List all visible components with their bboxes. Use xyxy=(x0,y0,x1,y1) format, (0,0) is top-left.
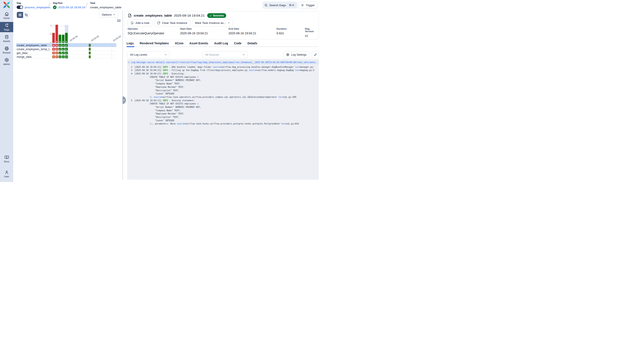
log-source-filter[interactable]: All Sources xyxy=(202,51,248,58)
task-name[interactable]: merge_data xyxy=(17,55,31,58)
run-duration-bar[interactable] xyxy=(62,35,64,43)
sidebar-item-label: Dags xyxy=(4,28,10,31)
mark-task-instance-as-button[interactable]: Mark Task Instance as... xyxy=(192,20,233,26)
tab-code[interactable]: Code xyxy=(234,42,242,45)
log-text: INFO xyxy=(163,72,168,75)
task-instance-title: create_employees_table xyxy=(134,14,172,18)
run-status-failed-icon[interactable] xyxy=(56,48,58,50)
log-collapse-toggle[interactable]: ▸ xyxy=(128,61,131,64)
gantt-duration-bar[interactable] xyxy=(89,52,91,54)
log-link[interactable]: loc xyxy=(278,96,282,98)
run-status-success-icon[interactable] xyxy=(62,56,65,58)
fullscreen-logs-button[interactable] xyxy=(312,51,319,58)
log-line-content: "Description" TEXT, xyxy=(134,116,179,119)
gantt-duration-bar[interactable] xyxy=(89,56,91,58)
tab-logs[interactable]: Logs xyxy=(127,42,134,45)
task-row[interactable]: get_data xyxy=(16,51,116,54)
log-line-number: 4 xyxy=(127,72,132,76)
log-link[interactable]: source xyxy=(213,66,221,68)
sidebar-item-user[interactable]: User xyxy=(0,169,13,179)
run-status-upstream_failed-icon[interactable] xyxy=(56,52,58,54)
task-row[interactable]: create_employees_table xyxy=(16,43,116,47)
run-duration-bar[interactable] xyxy=(65,33,68,43)
log-line-content: [2025-09-18 19:04:21] INFO - Filling up … xyxy=(134,68,314,72)
log-link[interactable]: loc xyxy=(281,122,285,125)
task-name[interactable]: create_employees_table xyxy=(17,44,47,47)
options-button[interactable]: Options xyxy=(99,12,118,18)
run-status-upstream_failed-icon[interactable] xyxy=(52,56,55,58)
keyboard-shortcuts-icon[interactable] xyxy=(117,18,121,22)
run-duration-bar[interactable] xyxy=(56,25,58,43)
meta-label: Duration xyxy=(277,28,287,30)
run-status-upstream_failed-icon[interactable] xyxy=(52,52,55,54)
tab-details[interactable]: Details xyxy=(248,42,257,45)
task-row[interactable]: create_employees_temp_t… xyxy=(16,47,116,51)
run-duration-bar[interactable] xyxy=(52,33,55,43)
manual-run-marker xyxy=(56,41,57,42)
task-rows: create_employees_tablecreate_employees_t… xyxy=(16,43,116,58)
tab-audit-log[interactable]: Audit Log xyxy=(214,42,228,45)
run-status-success-icon[interactable] xyxy=(62,48,65,50)
gantt-duration-bar[interactable] xyxy=(89,48,91,50)
meta-field: Start Date2025-09-18 19:04:21 xyxy=(180,28,208,35)
clear-task-instance-button[interactable]: Clear Task Instance xyxy=(154,20,190,26)
run-status-success-icon[interactable] xyxy=(65,52,68,54)
run-status-success-icon[interactable] xyxy=(65,44,68,47)
run-status-success-icon[interactable] xyxy=(65,56,68,58)
run-status-failed-icon[interactable] xyxy=(52,44,55,47)
log-link[interactable]: source xyxy=(177,122,184,125)
run-status-failed-icon[interactable] xyxy=(56,44,58,47)
task-name[interactable]: get_data xyxy=(17,51,28,54)
sidebar-item-dags[interactable]: Dags xyxy=(0,22,13,32)
log-text: - Executing: xyxy=(168,72,184,75)
grid-view-button[interactable] xyxy=(17,12,23,18)
run-status-failed-icon[interactable] xyxy=(52,48,55,50)
log-link[interactable]: source xyxy=(154,96,161,98)
log-line-number xyxy=(127,89,132,92)
log-link[interactable]: loc xyxy=(295,66,299,68)
log-line-content: Log message source details sources=["/ro… xyxy=(131,61,316,64)
log-line: 5[2025-09-18 19:04:21] INFO - Running st… xyxy=(127,99,319,102)
log-line-content: );, parameters: None source=airflow.task… xyxy=(134,122,299,126)
add-note-button[interactable]: Add a note xyxy=(128,20,152,26)
airflow-logo[interactable] xyxy=(3,1,11,9)
run-duration-bar[interactable] xyxy=(59,35,61,43)
run-status-success-icon[interactable] xyxy=(59,44,62,47)
log-line: "Company Name" TEXT, xyxy=(127,82,319,86)
graph-view-button[interactable] xyxy=(23,12,29,18)
panel-divider[interactable] xyxy=(122,11,123,180)
run-status-success-icon[interactable] xyxy=(59,52,62,54)
log-level-filter[interactable]: All Log Levels xyxy=(127,51,170,58)
sidebar-item-assets[interactable]: Assets xyxy=(0,34,13,44)
sidebar-item-home[interactable]: Home xyxy=(0,10,13,21)
run-status-success-icon[interactable] xyxy=(65,48,68,50)
log-line: "Leave" INTEGER xyxy=(127,92,319,96)
run-status-upstream_failed-icon[interactable] xyxy=(56,56,58,58)
log-link[interactable]: loc xyxy=(295,69,299,72)
run-status-success-icon[interactable] xyxy=(59,48,62,50)
task-row[interactable]: merge_data xyxy=(16,54,116,58)
run-status-success-icon[interactable] xyxy=(59,56,62,58)
sidebar-item-browse[interactable]: Browse xyxy=(0,45,13,55)
run-status-success-icon[interactable] xyxy=(62,52,65,54)
tab-rendered-templates[interactable]: Rendered Templates xyxy=(140,42,169,45)
log-line-content: "Leave" INTEGER xyxy=(134,92,174,96)
log-output[interactable]: ▸Log message source details sources=["/r… xyxy=(127,59,319,180)
sidebar-item-docs[interactable]: Docs xyxy=(0,154,13,164)
gantt-duration-bar[interactable] xyxy=(89,44,91,47)
tab-xcom[interactable]: XCom xyxy=(175,42,183,45)
log-line: "Description" TEXT, xyxy=(127,89,319,92)
meta-label: Start Date xyxy=(180,28,208,30)
chevron-down-icon xyxy=(242,53,245,56)
chart-y-tick: 3s xyxy=(46,32,52,35)
home-icon xyxy=(5,12,9,16)
log-line: "Serial Number" NUMERIC PRIMARY KEY, xyxy=(127,106,319,109)
sidebar-item-admin[interactable]: Admin xyxy=(0,56,13,67)
tab-asset-events[interactable]: Asset Events xyxy=(189,42,208,45)
task-run-states xyxy=(52,44,68,47)
run-status-success-icon[interactable] xyxy=(62,44,65,47)
log-settings-button[interactable]: Log Settings xyxy=(283,51,310,58)
log-link[interactable]: source xyxy=(249,69,257,72)
chart-time-label: 19:00:00 xyxy=(112,35,121,42)
task-name[interactable]: create_employees_temp_t… xyxy=(17,48,52,51)
